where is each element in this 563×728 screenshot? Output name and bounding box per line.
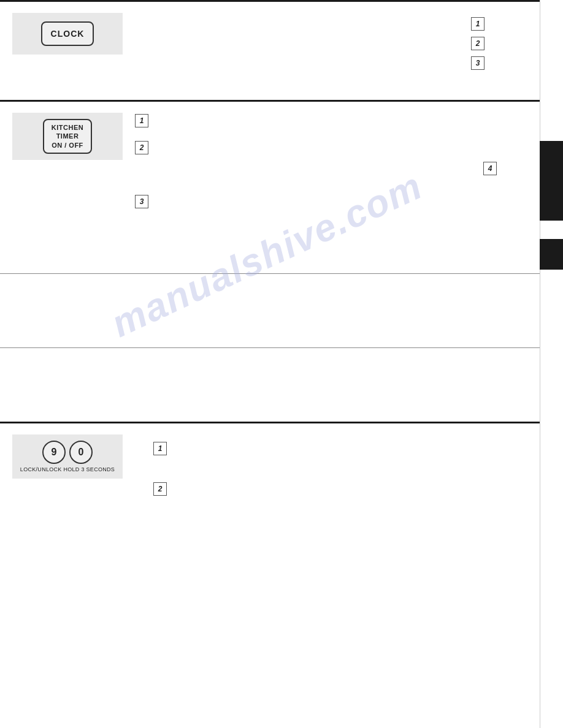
kitchen-timer-key-container: KITCHEN TIMER ON / OFF xyxy=(12,113,123,160)
clock-section: CLOCK 1 2 3 xyxy=(0,2,540,100)
plain-text-2 xyxy=(12,359,521,381)
clock-step-num-2: 2 xyxy=(471,37,484,50)
sidebar-white-mid xyxy=(540,221,563,239)
lock-sub-label: LOCK/UNLOCK HOLD 3 SECONDS xyxy=(20,466,115,472)
sidebar-black-2 xyxy=(540,239,563,270)
right-sidebar xyxy=(540,0,563,728)
sidebar-black-1 xyxy=(540,141,563,221)
lock-content: 1 2 xyxy=(135,434,521,508)
kitchen-button-line3: ON / OFF xyxy=(52,141,83,150)
lock-step-num-1: 1 xyxy=(153,442,167,455)
lock-section: 9 0 LOCK/UNLOCK HOLD 3 SECONDS 1 xyxy=(0,423,540,546)
clock-step-2: 2 xyxy=(471,36,484,50)
clock-button[interactable]: CLOCK xyxy=(41,21,94,46)
lock-step-1-row: 1 xyxy=(153,441,503,455)
kitchen-button-line2: TIMER xyxy=(56,132,79,140)
kitchen-step-3-row: 3 xyxy=(135,194,521,208)
lock-key-0-label: 0 xyxy=(79,447,84,458)
lock-key-0[interactable]: 0 xyxy=(69,441,93,464)
kitchen-timer-section: KITCHEN TIMER ON / OFF 1 2 4 3 xyxy=(0,102,540,273)
lock-container-inner: 9 0 LOCK/UNLOCK HOLD 3 SECONDS xyxy=(20,441,115,472)
clock-steps: 1 2 3 xyxy=(135,13,521,70)
kitchen-step-2-row: 2 xyxy=(135,140,521,154)
plain-section-2 xyxy=(0,348,540,422)
clock-step-1: 1 xyxy=(471,16,484,31)
clock-step-num-1: 1 xyxy=(471,17,484,31)
clock-button-label: CLOCK xyxy=(51,29,85,39)
plain-section-1 xyxy=(0,274,540,347)
clock-key-container: CLOCK xyxy=(12,13,123,55)
lock-step-2-row: 2 xyxy=(153,481,503,496)
kitchen-step-num-3: 3 xyxy=(135,195,148,208)
clock-step-num-3: 3 xyxy=(471,56,484,70)
sidebar-white-bot xyxy=(540,270,563,728)
lock-key-9[interactable]: 9 xyxy=(42,441,66,464)
clock-step-3: 3 xyxy=(471,55,484,70)
kitchen-step-1-row: 1 xyxy=(135,113,521,127)
sidebar-white-top xyxy=(540,0,563,141)
main-content: CLOCK 1 2 3 KITCHEN TIM xyxy=(0,0,540,571)
kitchen-step-num-2: 2 xyxy=(135,141,148,154)
lock-step-num-2: 2 xyxy=(153,482,167,496)
plain-text-1 xyxy=(12,285,521,307)
kitchen-step-num-1: 1 xyxy=(135,114,148,127)
lock-key-container: 9 0 LOCK/UNLOCK HOLD 3 SECONDS xyxy=(12,434,123,479)
kitchen-button-line1: KITCHEN xyxy=(52,123,83,132)
lock-steps: 1 2 xyxy=(135,434,521,508)
kitchen-timer-button[interactable]: KITCHEN TIMER ON / OFF xyxy=(43,119,92,154)
lock-key-9-label: 9 xyxy=(52,447,57,458)
kitchen-timer-content: 1 2 4 3 xyxy=(135,113,521,214)
kitchen-step-num-4: 4 xyxy=(483,162,497,175)
page-container: CLOCK 1 2 3 KITCHEN TIM xyxy=(0,0,563,728)
